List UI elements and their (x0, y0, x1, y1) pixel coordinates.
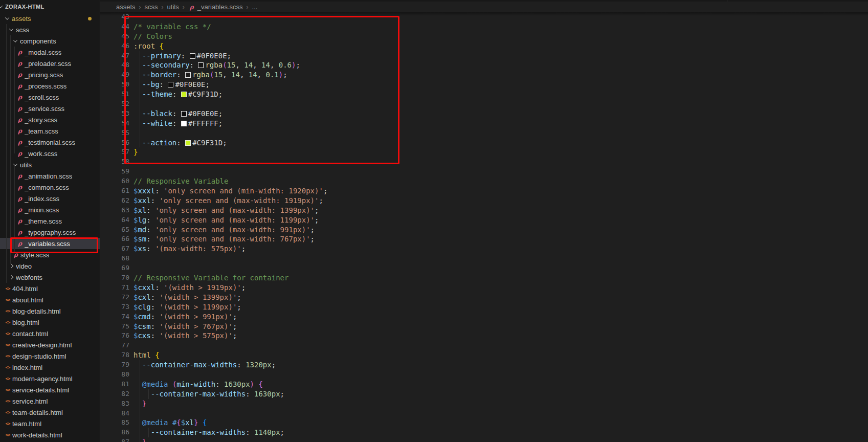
breadcrumb-item--variables-scss[interactable]: ρ_variables.scss (188, 3, 243, 11)
tree-item-assets[interactable]: assets (0, 13, 100, 24)
tree-item--modal-scss[interactable]: ρ_modal.scss (0, 47, 100, 58)
editor-pane[interactable]: assets›scss›utils›ρ_variables.scss›... 4… (100, 0, 868, 442)
tree-item-creative-design-html[interactable]: <>creative-design.html (0, 339, 100, 350)
tree-item-style-scss[interactable]: ρstyle.scss (0, 249, 100, 260)
code-line-45[interactable]: 45// Colors (100, 32, 868, 41)
tree-item--story-scss[interactable]: ρ_story.scss (0, 114, 100, 125)
tree-item--index-scss[interactable]: ρ_index.scss (0, 193, 100, 204)
code-line-57[interactable]: 57} (100, 147, 868, 157)
code-line-53[interactable]: 53 --black: #0F0E0E; (100, 109, 868, 119)
code-line-60[interactable]: 60// Responsive Variable (100, 176, 868, 186)
tree-item-scss[interactable]: scss (0, 24, 100, 35)
code-area[interactable]: 4344/* variable css */45// Colors46:root… (100, 12, 868, 442)
code-line-56[interactable]: 56 --action: #C9F31D; (100, 138, 868, 148)
code-line-87[interactable]: 87 } (100, 437, 868, 442)
color-swatch[interactable] (198, 62, 204, 68)
tree-item-utils[interactable]: utils (0, 159, 100, 170)
tree-item--animation-scss[interactable]: ρ_animation.scss (0, 170, 100, 182)
code-line-76[interactable]: 76$cxs: '(width > 575px)'; (100, 331, 868, 341)
chevron-down-icon[interactable] (5, 15, 9, 19)
tree-item--work-scss[interactable]: ρ_work.scss (0, 148, 100, 159)
code-line-58[interactable]: 58 (100, 157, 868, 167)
code-line-59[interactable]: 59 (100, 167, 868, 176)
code-line-43[interactable]: 43 (100, 12, 868, 22)
chevron-right-icon[interactable] (9, 264, 13, 268)
code-line-85[interactable]: 85 @media #{$xl} { (100, 418, 868, 428)
code-line-73[interactable]: 73$clg: '(width > 1199px)'; (100, 302, 868, 312)
tree-item-team-html[interactable]: <>team.html (0, 418, 100, 429)
tree-item--team-scss[interactable]: ρ_team.scss (0, 125, 100, 137)
tree-item--preloader-scss[interactable]: ρ_preloader.scss (0, 58, 100, 69)
tree-item-blog-html[interactable]: <>blog.html (0, 317, 100, 328)
code-line-74[interactable]: 74$cmd: '(width > 991px)'; (100, 312, 868, 322)
code-line-83[interactable]: 83 } (100, 399, 868, 409)
tree-item-team-details-html[interactable]: <>team-details.html (0, 407, 100, 418)
code-line-52[interactable]: 52 (100, 99, 868, 109)
code-line-55[interactable]: 55 (100, 128, 868, 138)
tree-item-design-studio-html[interactable]: <>design-studio.html (0, 350, 100, 362)
code-line-82[interactable]: 82 --container-max-widths: 1630px; (100, 389, 868, 399)
code-line-61[interactable]: 61$xxxl: 'only screen and (min-width: 19… (100, 186, 868, 196)
color-swatch[interactable] (185, 140, 191, 146)
code-line-54[interactable]: 54 --white: #FFFFFF; (100, 119, 868, 128)
tree-item-modern-agency-html[interactable]: <>modern-agency.html (0, 373, 100, 384)
chevron-down-icon[interactable] (9, 27, 13, 31)
tree-item-about-html[interactable]: <>about.html (0, 294, 100, 305)
code-line-67[interactable]: 67$xs: '(max-width: 575px)'; (100, 244, 868, 254)
code-line-78[interactable]: 78html { (100, 350, 868, 360)
tree-item-index-html[interactable]: <>index.html (0, 362, 100, 373)
code-line-49[interactable]: 49 --border: rgba(15, 14, 14, 0.1); (100, 70, 868, 80)
code-line-84[interactable]: 84 (100, 409, 868, 418)
tree-item-work-details-html[interactable]: <>work-details.html (0, 429, 100, 440)
breadcrumb-item--[interactable]: ... (252, 3, 258, 11)
tree-item-404-html[interactable]: <>404.html (0, 283, 100, 294)
tree-item--mixin-scss[interactable]: ρ_mixin.scss (0, 204, 100, 215)
code-line-80[interactable]: 80 (100, 370, 868, 380)
code-line-46[interactable]: 46:root { (100, 41, 868, 51)
tree-item-service-html[interactable]: <>service.html (0, 395, 100, 407)
tree-item-video[interactable]: video (0, 260, 100, 272)
tree-item--testimonial-scss[interactable]: ρ_testimonial.scss (0, 137, 100, 148)
code-line-72[interactable]: 72$cxl: '(width > 1399px)'; (100, 293, 868, 302)
tree-item--scroll-scss[interactable]: ρ_scroll.scss (0, 92, 100, 103)
breadcrumb-item-assets[interactable]: assets (116, 3, 136, 11)
tree-item--process-scss[interactable]: ρ_process.scss (0, 80, 100, 92)
code-line-70[interactable]: 70// Responsive Variable for container (100, 273, 868, 283)
chevron-right-icon[interactable] (9, 275, 13, 279)
tree-item-blog-details-html[interactable]: <>blog-details.html (0, 305, 100, 317)
code-line-51[interactable]: 51 --theme: #C9F31D; (100, 90, 868, 99)
tree-item--theme-scss[interactable]: ρ_theme.scss (0, 215, 100, 227)
tree-item--pricing-scss[interactable]: ρ_pricing.scss (0, 69, 100, 80)
color-swatch[interactable] (185, 72, 191, 78)
code-line-64[interactable]: 64$lg: 'only screen and (max-width: 1199… (100, 215, 868, 225)
tree-item--service-scss[interactable]: ρ_service.scss (0, 103, 100, 114)
code-line-47[interactable]: 47 --primary: #0F0E0E; (100, 51, 868, 61)
code-line-86[interactable]: 86 --container-max-widths: 1140px; (100, 428, 868, 437)
tree-item-service-details-html[interactable]: <>service-details.html (0, 384, 100, 395)
explorer-root-header[interactable]: ZORAX-HTML (0, 0, 100, 13)
code-line-81[interactable]: 81 @media (min-width: 1630px) { (100, 380, 868, 389)
tree-item-contact-html[interactable]: <>contact.html (0, 328, 100, 339)
code-line-69[interactable]: 69 (100, 263, 868, 273)
tree-item--typography-scss[interactable]: ρ_typography.scss (0, 227, 100, 238)
code-line-50[interactable]: 50 --bg: #0F0E0E; (100, 80, 868, 90)
code-line-65[interactable]: 65$md: 'only screen and (max-width: 991p… (100, 225, 868, 235)
code-line-71[interactable]: 71$cxxl: '(width > 1919px)'; (100, 283, 868, 293)
code-line-63[interactable]: 63$xl: 'only screen and (max-width: 1399… (100, 206, 868, 215)
code-line-62[interactable]: 62$xxl: 'only screen and (max-width: 191… (100, 196, 868, 206)
tree-item-components[interactable]: components (0, 35, 100, 47)
breadcrumb-item-scss[interactable]: scss (145, 3, 158, 11)
color-swatch[interactable] (181, 121, 187, 126)
tree-item--common-scss[interactable]: ρ_common.scss (0, 182, 100, 193)
color-swatch[interactable] (181, 111, 187, 117)
color-swatch[interactable] (190, 53, 195, 59)
chevron-down-icon[interactable] (13, 38, 17, 42)
tree-item-webfonts[interactable]: webfonts (0, 272, 100, 283)
tree-item--variables-scss[interactable]: ρ_variables.scss (0, 238, 100, 249)
code-line-77[interactable]: 77 (100, 341, 868, 350)
color-swatch[interactable] (168, 82, 173, 87)
code-line-68[interactable]: 68 (100, 254, 868, 263)
color-swatch[interactable] (181, 92, 187, 97)
code-line-48[interactable]: 48 --secondary: rgba(15, 14, 14, 0.6); (100, 60, 868, 70)
code-line-75[interactable]: 75$csm: '(width > 767px)'; (100, 322, 868, 332)
